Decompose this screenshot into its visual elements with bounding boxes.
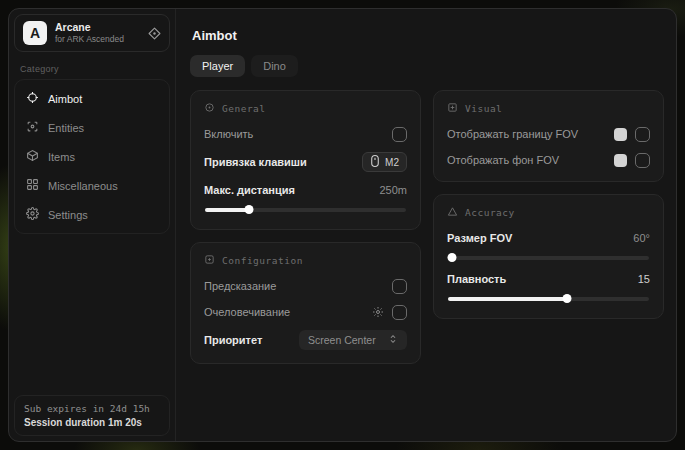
box-plus-icon xyxy=(447,102,458,115)
enable-checkbox[interactable] xyxy=(392,127,407,142)
sidebar-item-aimbot[interactable]: Aimbot xyxy=(17,84,167,113)
fov-border-checkbox[interactable] xyxy=(635,127,650,142)
fov-size-slider[interactable] xyxy=(448,253,649,262)
fov-border-color-swatch[interactable] xyxy=(614,128,627,141)
card-general-header: General xyxy=(204,102,407,115)
slider-thumb[interactable] xyxy=(448,253,457,262)
package-icon xyxy=(26,149,39,164)
fov-bg-row: Отображать фон FOV xyxy=(447,152,650,168)
slider-thumb[interactable] xyxy=(562,294,571,303)
fov-bg-label: Отображать фон FOV xyxy=(447,154,559,166)
fov-bg-checkbox[interactable] xyxy=(635,153,650,168)
grid-icon xyxy=(26,178,39,193)
prediction-label: Предсказание xyxy=(204,280,276,292)
card-configuration-title: Configuration xyxy=(222,255,303,266)
fov-bg-controls xyxy=(614,153,650,168)
right-column: Visual Отображать границу FOV Отображать… xyxy=(433,90,664,319)
distance-row: Макс. дистанция 250m xyxy=(204,182,407,198)
subscription-status: Sub expires in 24d 15h Session duration … xyxy=(14,395,170,436)
card-accuracy-title: Accuracy xyxy=(465,207,515,218)
distance-value: 250m xyxy=(379,184,407,196)
priority-dropdown[interactable]: Screen Center xyxy=(299,330,407,350)
fov-size-label: Размер FOV xyxy=(447,232,512,244)
page-title: Aimbot xyxy=(192,28,664,43)
fov-border-controls xyxy=(614,127,650,142)
brand-header: A Arcane for ARK Ascended xyxy=(14,14,170,52)
fov-border-row: Отображать границу FOV xyxy=(447,126,650,142)
fov-border-label: Отображать границу FOV xyxy=(447,128,578,140)
fov-size-row: Размер FOV 60° xyxy=(447,230,650,246)
distance-block: Макс. дистанция 250m xyxy=(204,182,407,214)
brand-subtitle: for ARK Ascended xyxy=(55,34,140,45)
tab-player[interactable]: Player xyxy=(190,55,245,77)
crosshair-icon xyxy=(26,91,39,106)
sidebar-item-items[interactable]: Items xyxy=(17,142,167,171)
card-accuracy-header: Accuracy xyxy=(447,206,650,219)
distance-slider[interactable] xyxy=(205,205,406,214)
smoothness-block: Плавность 15 xyxy=(447,271,650,303)
brand-title: Arcane xyxy=(55,21,140,34)
sidebar-spacer xyxy=(14,234,170,395)
enable-row: Включить xyxy=(204,126,407,142)
card-configuration-header: Configuration xyxy=(204,254,407,267)
priority-label: Приоритет xyxy=(204,334,262,346)
priority-row: Приоритет Screen Center xyxy=(204,330,407,350)
tune-icon xyxy=(204,254,215,267)
app-logo: A xyxy=(23,21,47,45)
humanize-row: Очеловечивание xyxy=(204,304,407,320)
slider-thumb[interactable] xyxy=(245,205,254,214)
humanize-checkbox[interactable] xyxy=(392,305,407,320)
cards-grid: General Включить Привязка клавиши M2 xyxy=(190,90,664,364)
keybind-row: Привязка клавиши M2 xyxy=(204,152,407,172)
triangle-icon xyxy=(447,206,458,219)
prediction-row: Предсказание xyxy=(204,278,407,294)
sub-expires-text: Sub expires in 24d 15h xyxy=(24,403,160,414)
sidebar-item-miscellaneous[interactable]: Miscellaneous xyxy=(17,171,167,200)
sidebar-item-entities[interactable]: Entities xyxy=(17,113,167,142)
card-configuration: Configuration Предсказание Очеловечивани… xyxy=(190,242,421,364)
keybind-value: M2 xyxy=(385,157,399,168)
card-accuracy: Accuracy Размер FOV 60° xyxy=(433,194,664,319)
slider-track[interactable] xyxy=(448,256,649,260)
sidebar-item-label: Settings xyxy=(48,209,88,221)
brand-text: Arcane for ARK Ascended xyxy=(55,21,140,45)
fov-bg-color-swatch[interactable] xyxy=(614,154,627,167)
sidebar-item-label: Aimbot xyxy=(48,93,82,105)
tab-dino[interactable]: Dino xyxy=(251,55,298,77)
card-visual-title: Visual xyxy=(465,103,502,114)
distance-label: Макс. дистанция xyxy=(204,184,295,196)
sidebar: A Arcane for ARK Ascended Category Aimbo… xyxy=(9,9,176,441)
focus-icon[interactable] xyxy=(148,27,161,40)
target-icon xyxy=(204,102,215,115)
humanize-label: Очеловечивание xyxy=(204,306,290,318)
enable-label: Включить xyxy=(204,128,253,140)
chevron-up-down-icon xyxy=(388,334,398,346)
category-label: Category xyxy=(20,64,164,74)
priority-value: Screen Center xyxy=(308,334,376,346)
smoothness-value: 15 xyxy=(638,273,650,285)
left-column: General Включить Привязка клавиши M2 xyxy=(190,90,421,364)
slider-fill xyxy=(205,208,249,212)
app-window: A Arcane for ARK Ascended Category Aimbo… xyxy=(8,8,677,442)
nav-list: Aimbot Entities Items Miscellaneous Sett… xyxy=(14,79,170,234)
sidebar-item-label: Miscellaneous xyxy=(48,180,118,192)
keybind-label: Привязка клавиши xyxy=(204,156,307,168)
smoothness-label: Плавность xyxy=(447,273,506,285)
sidebar-item-settings[interactable]: Settings xyxy=(17,200,167,229)
tab-bar: Player Dino xyxy=(190,55,664,77)
gear-icon xyxy=(26,207,39,222)
smoothness-slider[interactable] xyxy=(448,294,649,303)
main-panel: Aimbot Player Dino General Включить xyxy=(176,9,676,441)
fov-size-value: 60° xyxy=(633,232,650,244)
humanize-gear-icon[interactable] xyxy=(372,306,384,318)
card-general-title: General xyxy=(222,103,266,114)
smoothness-row: Плавность 15 xyxy=(447,271,650,287)
sidebar-item-label: Entities xyxy=(48,122,84,134)
card-visual: Visual Отображать границу FOV Отображать… xyxy=(433,90,664,182)
card-general: General Включить Привязка клавиши M2 xyxy=(190,90,421,230)
slider-fill xyxy=(448,297,567,301)
humanize-controls xyxy=(372,305,407,320)
keybind-button[interactable]: M2 xyxy=(362,152,407,172)
mouse-icon xyxy=(370,155,380,169)
prediction-checkbox[interactable] xyxy=(392,279,407,294)
